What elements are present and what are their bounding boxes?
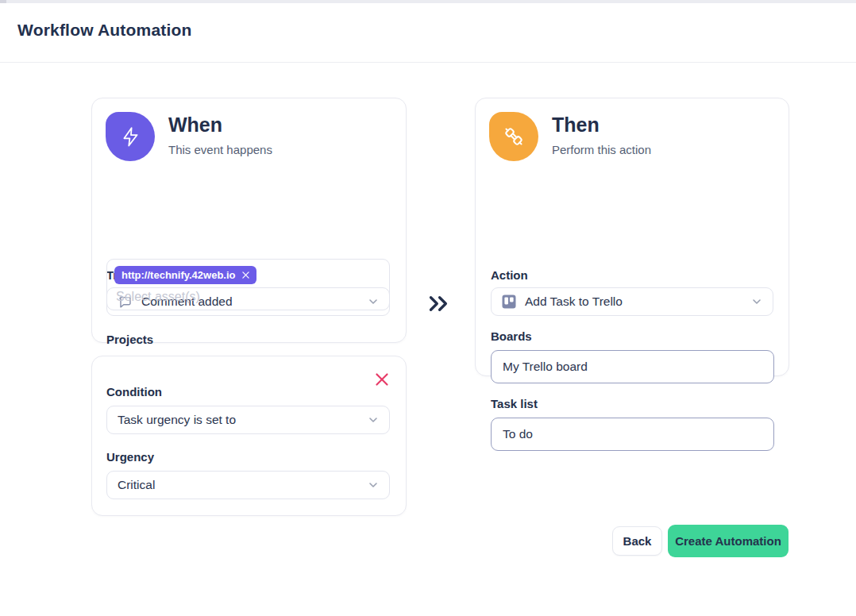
projects-label: Projects (106, 333, 153, 346)
plug-connection-icon (489, 112, 538, 161)
top-scroll-track (0, 0, 856, 3)
close-icon[interactable] (375, 372, 389, 387)
trello-icon (502, 295, 516, 309)
urgency-select[interactable]: Critical (106, 471, 390, 499)
when-card-title: When (168, 114, 222, 137)
create-automation-button[interactable]: Create Automation (668, 525, 789, 557)
then-card-title: Then (552, 114, 600, 137)
when-card-subtitle: This event happens (168, 143, 272, 156)
double-chevron-right-icon (426, 291, 451, 316)
action-label: Action (491, 268, 528, 282)
project-tag-label: http://technify.42web.io (121, 270, 236, 280)
lightning-icon (106, 112, 155, 161)
page-title: Workflow Automation (17, 21, 192, 40)
back-button[interactable]: Back (612, 526, 662, 556)
action-select[interactable]: Add Task to Trello (491, 287, 773, 316)
project-tag: http://technify.42web.io (114, 266, 256, 284)
then-card-subtitle: Perform this action (552, 143, 651, 156)
chevron-down-icon (368, 479, 379, 491)
workflow-automation-page: Workflow Automation When This event happ… (0, 0, 856, 616)
condition-select[interactable]: Task urgency is set to (106, 406, 390, 434)
task-list-input[interactable] (491, 418, 774, 451)
condition-value: Task urgency is set to (118, 413, 236, 427)
tag-close-icon[interactable] (242, 271, 249, 279)
projects-multiselect[interactable]: http://technify.42web.io Select asset(s) (106, 259, 390, 310)
task-list-label: Task list (491, 397, 538, 410)
boards-input[interactable] (491, 350, 774, 383)
urgency-value: Critical (118, 478, 155, 492)
top-scroll-thumb[interactable] (0, 0, 6, 3)
action-value: Add Task to Trello (525, 295, 623, 309)
projects-placeholder: Select asset(s) (114, 290, 382, 304)
urgency-label: Urgency (106, 450, 154, 464)
header-divider (0, 62, 856, 63)
chevron-down-icon (751, 296, 762, 307)
chevron-down-icon (368, 414, 379, 425)
boards-label: Boards (491, 329, 532, 343)
condition-card: Condition Task urgency is set to Urgency… (91, 356, 407, 516)
when-card: When This event happens Trigger Comment … (91, 98, 407, 343)
condition-label: Condition (106, 385, 162, 398)
then-card: Then Perform this action Action Add Task… (475, 98, 789, 376)
